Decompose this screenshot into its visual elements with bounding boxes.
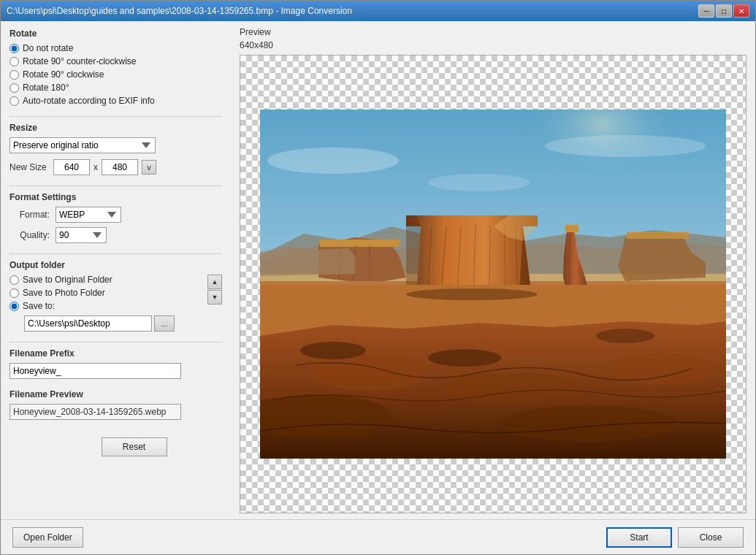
bottom-bar: Open Folder Start Close [1,519,755,554]
reset-button[interactable]: Reset [102,437,167,456]
quality-label: Quality: [9,230,50,240]
rotate-radio-r180[interactable] [9,83,19,93]
reset-row: Reset [9,430,222,456]
filename-prefix-section: Filename Prefix [9,348,222,379]
main-content: Rotate Do not rotate Rotate 90° counter-… [1,21,755,519]
browse-button[interactable]: ... [154,315,175,332]
svg-point-38 [300,342,366,359]
output-label-photo: Save to Photo Folder [23,288,105,298]
title-bar: C:\Users\psi\Desktop\guides and samples\… [1,1,755,21]
window-controls: ─ □ ✕ [698,4,749,18]
resize-mode-dropdown[interactable]: Preserve original ratio No resize Custom… [9,137,156,153]
output-radio-photo[interactable] [9,288,19,298]
preview-label: Preview [240,27,747,37]
svg-point-41 [545,135,706,157]
rotate-radio-no-rotate[interactable] [9,44,19,53]
svg-point-31 [311,354,428,391]
filename-prefix-label: Filename Prefix [9,348,222,359]
filename-prefix-input[interactable] [9,363,181,379]
rotate-option-exif[interactable]: Auto-rotate according to EXIF info [9,96,222,106]
svg-point-39 [406,288,538,300]
divider-rotate-resize [9,116,222,117]
filename-preview-section: Filename Preview [9,389,222,420]
divider-format-output [9,253,222,254]
output-folder-row: Save to Original Folder Save to Photo Fo… [9,275,222,332]
svg-point-40 [267,148,399,174]
format-label: Format: [9,210,50,220]
svg-rect-22 [320,240,400,247]
rotate-option-cw90[interactable]: Rotate 90° clockwise [9,69,222,80]
output-radio-custom[interactable] [9,302,19,311]
filename-preview-input [9,404,181,420]
bottom-right: Start Close [606,527,744,548]
size-separator: x [93,162,98,172]
new-size-label: New Size [9,162,50,172]
bottom-left: Open Folder [12,527,83,548]
close-button[interactable]: ✕ [733,4,749,18]
divider-resize-format [9,185,222,186]
rotate-label-ccw90: Rotate 90° counter-clockwise [23,56,137,66]
rotate-option-no-rotate[interactable]: Do not rotate [9,43,222,53]
preview-size: 640x480 [240,40,747,50]
rotate-option-ccw90[interactable]: Rotate 90° counter-clockwise [9,56,222,66]
output-option-custom[interactable]: Save to: [9,301,205,311]
left-panel: Rotate Do not rotate Rotate 90° counter-… [1,21,231,519]
rotate-label-r180: Rotate 180° [23,83,69,93]
rotate-section: Rotate Do not rotate Rotate 90° counter-… [9,28,222,106]
width-input[interactable] [53,159,90,175]
format-settings-section: Format Settings Format: WEBP JPEG PNG BM… [9,192,222,243]
minimize-button[interactable]: ─ [698,4,714,18]
format-settings-label: Format Settings [9,192,222,202]
scroll-down-button[interactable]: ▼ [207,290,222,305]
quality-row: Quality: 10 20 30 40 50 60 70 80 90 95 1… [9,227,222,243]
svg-rect-19 [565,225,579,232]
resize-label: Resize [9,123,222,133]
open-folder-button[interactable]: Open Folder [12,527,83,548]
output-radio-original[interactable] [9,275,19,285]
output-path-input[interactable] [24,315,152,332]
height-input[interactable] [102,159,138,175]
output-folder-section: Output folder Save to Original Folder Sa… [9,260,222,332]
format-row: Format: WEBP JPEG PNG BMP TIFF [9,207,222,223]
output-label-custom: Save to: [23,301,55,311]
start-button[interactable]: Start [606,527,672,548]
output-label-original: Save to Original Folder [23,275,112,285]
svg-marker-28 [260,247,355,276]
output-option-photo[interactable]: Save to Photo Folder [9,288,205,298]
rotate-radio-group: Do not rotate Rotate 90° counter-clockwi… [9,43,222,106]
right-panel: Preview 640x480 [231,21,755,519]
rotate-option-r180[interactable]: Rotate 180° [9,83,222,93]
output-radio-group: Save to Original Folder Save to Photo Fo… [9,275,205,311]
new-size-row: New Size x v [9,159,222,175]
output-path-row: ... [24,315,205,332]
rotate-label-cw90: Rotate 90° clockwise [23,69,104,80]
resize-section: Resize Preserve original ratio No resize… [9,123,222,175]
svg-rect-27 [627,232,689,239]
svg-point-35 [501,405,676,442]
output-option-original[interactable]: Save to Original Folder [9,275,205,285]
size-link-button[interactable]: v [142,160,156,175]
rotate-label-exif: Auto-rotate according to EXIF info [23,96,155,106]
rotate-label-no-rotate: Do not rotate [23,43,73,53]
rotate-radio-ccw90[interactable] [9,57,19,66]
svg-point-36 [428,349,501,367]
close-dialog-button[interactable]: Close [678,527,744,548]
window-title: C:\Users\psi\Desktop\guides and samples\… [7,6,352,16]
output-folder-label: Output folder [9,260,222,270]
rotate-radio-cw90[interactable] [9,70,19,80]
filename-preview-label: Filename Preview [9,389,222,399]
scroll-up-button[interactable]: ▲ [207,275,222,289]
maximize-button[interactable]: □ [716,4,732,18]
divider-output-filename [9,342,222,342]
scroll-buttons: ▲ ▼ [207,275,222,305]
svg-point-32 [443,372,589,402]
svg-point-37 [596,329,654,343]
preview-image [260,110,726,459]
quality-dropdown[interactable]: 10 20 30 40 50 60 70 80 90 95 100 [56,227,107,243]
output-radios: Save to Original Folder Save to Photo Fo… [9,275,205,332]
svg-point-42 [428,174,530,191]
resize-mode-row: Preserve original ratio No resize Custom… [9,137,222,153]
rotate-radio-exif[interactable] [9,96,19,106]
format-dropdown[interactable]: WEBP JPEG PNG BMP TIFF [56,207,121,223]
main-window: C:\Users\psi\Desktop\guides and samples\… [0,0,756,555]
